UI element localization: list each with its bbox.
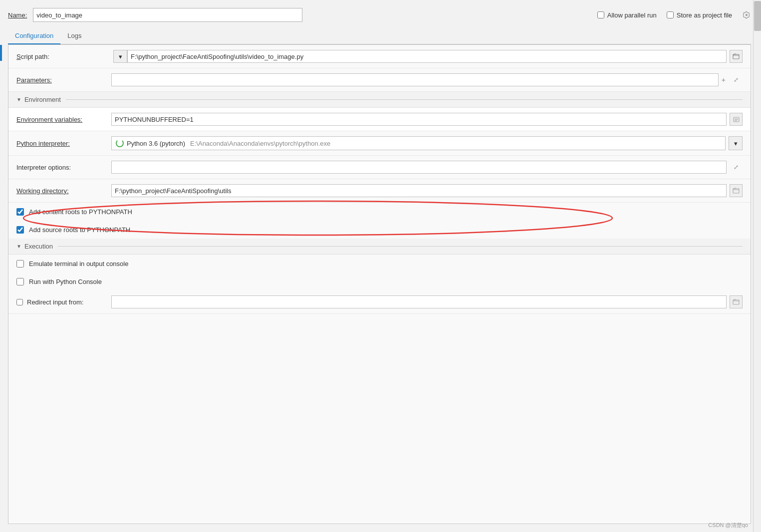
script-path-label-area: Script path: ▾ (16, 50, 127, 63)
run-python-console-row: Run with Python Console (8, 272, 751, 290)
scrollbar-thumb[interactable] (754, 1, 761, 31)
env-variables-input[interactable] (111, 113, 727, 126)
script-path-dropdown[interactable]: ▾ (113, 50, 127, 63)
python-interpreter-label: Python interpreter: (16, 140, 111, 147)
interpreter-options-expand-icon[interactable]: ⤢ (730, 161, 743, 174)
emulate-terminal-checkbox[interactable] (16, 260, 24, 267)
parameters-input[interactable] (111, 73, 719, 86)
execution-section-header: ▼ Execution (8, 239, 751, 255)
working-directory-browse-button[interactable] (730, 184, 743, 197)
run-python-console-checkbox[interactable] (16, 278, 24, 285)
env-variables-label: Environment variables: (16, 116, 111, 123)
add-content-roots-row: Add content roots to PYTHONPATH (8, 203, 751, 221)
tab-active-indicator (0, 45, 2, 61)
env-variables-row: Environment variables: (8, 108, 751, 131)
parameters-label: Parameters: (16, 76, 111, 84)
tab-logs[interactable]: Logs (60, 29, 88, 44)
script-path-browse-button[interactable] (730, 50, 743, 63)
name-input[interactable] (33, 8, 302, 22)
execution-collapse-arrow[interactable]: ▼ (16, 244, 21, 249)
name-label: Name: (8, 11, 27, 19)
allow-parallel-label: Allow parallel run (607, 11, 657, 19)
parameters-row: Parameters: + ⤢ (8, 68, 751, 92)
redirect-input-checkbox[interactable] (16, 299, 23, 305)
store-project-label: Store as project file (677, 11, 732, 19)
chevron-down-icon: ▾ (119, 53, 122, 60)
python-interpreter-input-area: Python 3.6 (pytorch) E:\Anaconda\Anacond… (111, 136, 743, 150)
redirect-input-row: Redirect input from: (8, 290, 751, 314)
working-directory-label: Working directory: (16, 187, 111, 195)
interpreter-options-row: Interpreter options: ⤢ (8, 156, 751, 179)
environment-section-header: ▼ Environment (8, 92, 751, 108)
content-panel: Script path: ▾ Parameters: (8, 44, 751, 524)
interpreter-display: Python 3.6 (pytorch) E:\Anaconda\Anacond… (111, 136, 726, 150)
scrollbar[interactable] (753, 0, 761, 532)
script-path-input-area (127, 50, 743, 63)
emulate-terminal-row: Emulate terminal in output console (8, 255, 751, 272)
watermark: CSDN @清楚qo (708, 522, 748, 529)
execution-divider (58, 246, 743, 247)
working-directory-input-area (111, 184, 743, 197)
header-row: Name: Allow parallel run Store as projec… (8, 8, 751, 22)
emulate-terminal-label: Emulate terminal in output console (29, 260, 128, 267)
expand-icon[interactable]: ⤢ (730, 73, 743, 86)
add-content-roots-checkbox[interactable] (16, 208, 24, 216)
allow-parallel-checkbox[interactable] (597, 11, 604, 18)
store-project-checkbox[interactable] (667, 11, 674, 18)
interpreter-name: Python 3.6 (pytorch) (127, 140, 185, 147)
add-content-roots-label: Add content roots to PYTHONPATH (29, 208, 132, 216)
execution-section-label: Execution (24, 243, 53, 250)
add-icon[interactable]: + (722, 76, 726, 84)
allow-parallel-group: Allow parallel run (597, 11, 657, 19)
working-directory-row: Working directory: (8, 179, 751, 203)
parameters-input-area: + ⤢ (111, 73, 743, 86)
script-path-label: Script path: (16, 53, 111, 60)
svg-rect-5 (733, 189, 739, 193)
run-python-console-label: Run with Python Console (29, 278, 102, 285)
redirect-input-browse-button[interactable] (730, 295, 743, 308)
add-source-roots-row: Add source roots to PYTHONPATH (8, 221, 751, 239)
env-variables-edit-button[interactable] (730, 113, 743, 126)
interpreter-dropdown-button[interactable]: ▾ (729, 136, 743, 150)
interpreter-path: E:\Anaconda\Anaconda\envs\pytorch\python… (190, 140, 330, 147)
redirect-input-area (111, 295, 743, 308)
python-spinner-icon (116, 139, 124, 147)
interpreter-options-label: Interpreter options: (16, 164, 111, 171)
script-path-row: Script path: ▾ (8, 45, 751, 68)
working-directory-input[interactable] (111, 184, 727, 197)
svg-rect-0 (733, 54, 739, 59)
env-variables-input-area (111, 113, 743, 126)
header-right: Allow parallel run Store as project file (597, 10, 751, 19)
add-source-roots-label: Add source roots to PYTHONPATH (29, 226, 130, 234)
tab-configuration[interactable]: Configuration (8, 29, 60, 44)
gear-icon[interactable] (742, 10, 751, 19)
python-interpreter-row: Python interpreter: Python 3.6 (pytorch)… (8, 131, 751, 156)
add-source-roots-checkbox[interactable] (16, 226, 24, 234)
store-project-group: Store as project file (667, 11, 732, 19)
interpreter-options-input[interactable] (111, 161, 727, 174)
redirect-input-label: Redirect input from: (27, 298, 83, 306)
environment-divider (66, 99, 743, 100)
chevron-down-icon: ▾ (734, 140, 738, 147)
svg-rect-6 (733, 300, 739, 304)
script-path-input[interactable] (127, 50, 727, 63)
interpreter-options-input-area: ⤢ (111, 161, 743, 174)
redirect-input-field[interactable] (111, 295, 727, 308)
environment-collapse-arrow[interactable]: ▼ (16, 97, 21, 102)
tabs-row: Configuration Logs (8, 29, 751, 44)
environment-section-label: Environment (24, 96, 61, 103)
